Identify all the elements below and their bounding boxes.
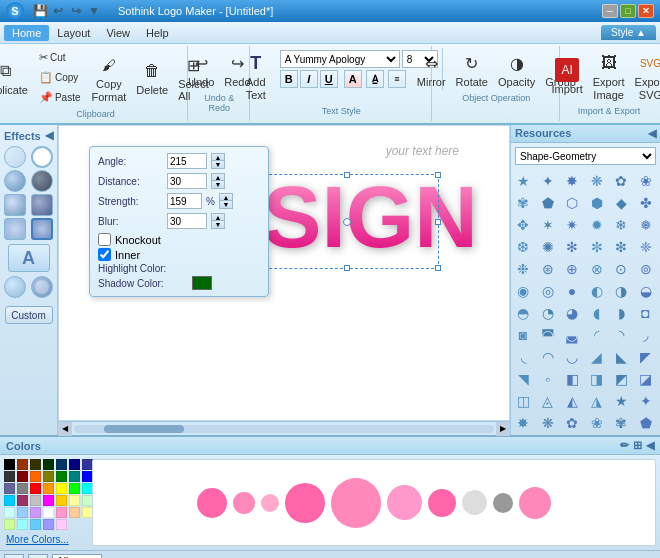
palette-color[interactable] [4,507,15,518]
shape-item[interactable]: ◨ [587,369,607,389]
shape-item[interactable]: ◒ [636,281,656,301]
colors-pin[interactable]: ◀ [646,439,654,452]
bold-button[interactable]: B [280,70,298,88]
inner-checkbox[interactable] [98,248,111,261]
palette-color[interactable] [30,507,41,518]
text-align-button[interactable]: ≡ [388,70,406,88]
close-button[interactable]: ✕ [638,4,654,18]
shape-item[interactable]: ⊛ [538,259,558,279]
shape-item[interactable]: ✿ [611,171,631,191]
text-shadow-button[interactable]: A̲ [366,70,384,88]
palette-color[interactable] [4,519,15,530]
shape-item[interactable]: ✷ [562,215,582,235]
shape-item[interactable]: ◧ [562,369,582,389]
scroll-left[interactable]: ◀ [58,422,72,436]
shape-item[interactable]: ⬡ [562,193,582,213]
edit-icon[interactable]: ✏ [620,439,629,452]
shape-item[interactable]: ◝ [611,325,631,345]
palette-color[interactable] [30,519,41,530]
angle-up[interactable]: ▲ [212,154,224,161]
palette-color[interactable] [4,471,15,482]
scroll-thumb-h[interactable] [104,425,184,433]
palette-color[interactable] [43,471,54,482]
shape-item[interactable]: ◖ [587,303,607,323]
qat-more[interactable]: ▼ [86,3,102,19]
strength-up[interactable]: ▲ [220,194,232,201]
preview-circle[interactable] [493,493,513,513]
effect-style-3[interactable] [4,218,26,240]
shape-item[interactable]: ❉ [513,259,533,279]
blur-input[interactable] [167,213,207,229]
shape-item[interactable]: ● [562,281,582,301]
palette-color[interactable] [4,459,15,470]
shape-item[interactable]: ◣ [611,347,631,367]
palette-color[interactable] [43,495,54,506]
shape-item[interactable]: ◦ [538,369,558,389]
preview-circle[interactable] [428,489,456,517]
shadow-color-swatch[interactable] [192,276,212,290]
shape-item[interactable]: ✻ [562,237,582,257]
shape-item[interactable]: ✶ [538,215,558,235]
qat-save[interactable]: 💾 [32,3,48,19]
effect-circle-2[interactable] [31,276,53,298]
palette-color[interactable] [17,507,28,518]
scroll-right[interactable]: ▶ [496,422,510,436]
preview-circle[interactable] [519,487,551,519]
import-button[interactable]: AI Import [548,55,587,98]
shape-item[interactable]: ◭ [562,391,582,411]
menu-layout[interactable]: Layout [49,25,98,41]
shape-item[interactable]: ⬟ [538,193,558,213]
shape-item[interactable]: ◙ [513,325,533,345]
preview-circle[interactable] [387,485,422,520]
underline-button[interactable]: U [320,70,338,88]
shape-item[interactable]: ◚ [538,325,558,345]
cut-button[interactable]: ✂ Cut [34,48,86,67]
shape-item[interactable]: ◔ [538,303,558,323]
shape-item[interactable]: ◟ [513,347,533,367]
palette-color[interactable] [69,495,80,506]
distance-up[interactable]: ▲ [212,174,224,181]
shape-item[interactable]: ⬢ [587,193,607,213]
menu-view[interactable]: View [98,25,138,41]
shape-item[interactable]: ◫ [513,391,533,411]
shape-item[interactable]: ❀ [587,413,607,429]
minimize-button[interactable]: ─ [602,4,618,18]
preview-circle[interactable] [261,494,279,512]
shape-item[interactable]: ◞ [636,325,656,345]
palette-color[interactable] [17,483,28,494]
shape-item[interactable]: ◮ [587,391,607,411]
palette-color[interactable] [69,483,80,494]
shape-item[interactable]: ◗ [611,303,631,323]
palette-color[interactable] [56,483,67,494]
undo-button[interactable]: ↩ Undo [184,48,218,91]
shape-item[interactable]: ✥ [513,215,533,235]
effect-solid-1[interactable] [4,170,26,192]
export-svg-button[interactable]: SVG Export SVG [631,48,660,104]
shape-item[interactable]: ⊗ [587,259,607,279]
strength-down[interactable]: ▼ [220,201,232,208]
mirror-button[interactable]: ⇔ Mirror [413,48,450,91]
qat-undo[interactable]: ↩ [50,3,66,19]
effect-solid-2[interactable] [31,170,53,192]
view-list-button[interactable]: ≡ [28,554,48,559]
palette-color[interactable] [69,471,80,482]
shape-item[interactable]: ◐ [587,281,607,301]
shape-item[interactable]: ◛ [562,325,582,345]
palette-color[interactable] [17,471,28,482]
shape-item[interactable]: ◤ [636,347,656,367]
add-text-button[interactable]: T Add Text [240,48,272,104]
palette-color[interactable] [30,459,41,470]
shape-item[interactable]: ❇ [611,237,631,257]
font-color-button[interactable]: A [344,70,362,88]
preview-circle[interactable] [197,488,227,518]
shape-item[interactable]: ✼ [587,237,607,257]
shape-item[interactable]: ❀ [636,171,656,191]
shape-item[interactable]: ❆ [513,237,533,257]
delete-button[interactable]: 🗑 Delete [132,56,172,99]
shape-item[interactable]: ◘ [636,303,656,323]
preview-circle[interactable] [462,490,487,515]
palette-color[interactable] [56,495,67,506]
blur-down[interactable]: ▼ [212,221,224,228]
resources-pin[interactable]: ◀ [648,127,656,140]
shape-item[interactable]: ◬ [538,391,558,411]
